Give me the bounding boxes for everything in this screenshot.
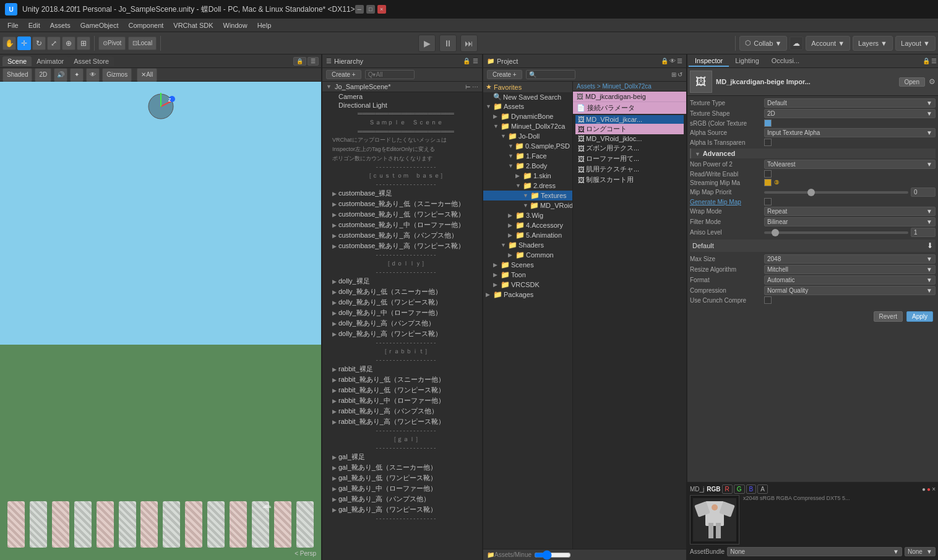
menu-window[interactable]: Window	[218, 20, 252, 30]
hier-dolly-5[interactable]: dolly_靴あり_高（パンプス他）	[322, 318, 482, 329]
proj-minuet[interactable]: 📁Minuet_Dollx72ca	[483, 121, 572, 131]
scene-lock-btn[interactable]: 🔒	[293, 57, 306, 66]
2d-button[interactable]: 2D	[35, 68, 51, 82]
scene-vis-icon[interactable]: 👁	[86, 68, 100, 82]
project-tree[interactable]: ★ Favorites 🔍 New Saved Search 📁 Assets …	[483, 82, 573, 549]
proj-0sample[interactable]: 📁0.Sample,PSD	[483, 141, 572, 151]
hier-dolly-2[interactable]: dolly_靴あり_低（スニーカー他）	[322, 286, 482, 297]
hier-rabbit-5[interactable]: rabbit_靴あり_高（パンプス他）	[322, 406, 482, 416]
menu-help[interactable]: Help	[252, 20, 277, 30]
menu-gameobject[interactable]: GameObject	[75, 20, 124, 30]
project-refresh-icon[interactable]: ↺	[678, 71, 682, 78]
hier-rabbit-2[interactable]: rabbit_靴あり_低（スニーカー他）	[322, 374, 482, 385]
project-eye-icon[interactable]: 👁	[669, 58, 676, 64]
project-create-button[interactable]: Create +	[487, 70, 522, 79]
g-tab[interactable]: G	[734, 485, 745, 494]
proj-md-vroid-jkski[interactable]: 📁MD_VRoid_jkski...	[483, 200, 572, 210]
hier-custombase-4[interactable]: custombase_靴あり_中（ローファー他）	[322, 220, 482, 230]
compression-dropdown[interactable]: Normal Quality ▼	[764, 286, 936, 295]
proj-3wig[interactable]: 📁3.Wig	[483, 210, 572, 220]
axis-gizmo[interactable]: Z	[142, 88, 179, 126]
alpha-transparent-checkbox[interactable]	[764, 139, 772, 146]
advanced-section[interactable]: Advanced	[690, 149, 936, 158]
scene-menu-btn[interactable]: ☰	[308, 57, 319, 66]
texture-type-dropdown[interactable]: Default ▼	[764, 98, 936, 108]
proj-toon[interactable]: 📁Toon	[483, 270, 572, 280]
proj-textures-sub[interactable]: 📁Textures	[483, 191, 572, 200]
play-button[interactable]: ▶	[418, 35, 436, 52]
revert-button[interactable]: Revert	[874, 311, 903, 322]
hier-dolly-6[interactable]: dolly_靴あり_高（ワンピース靴）	[322, 329, 482, 339]
proj-4accessory[interactable]: 📁4.Accessory	[483, 220, 572, 230]
hier-gal-4[interactable]: gal_靴あり_中（ローファー他）	[322, 483, 482, 494]
layers-button[interactable]: Layers ▼	[853, 36, 893, 51]
inspector-settings-icon[interactable]: ⚙	[929, 77, 936, 86]
hier-gal-6[interactable]: gal_靴あり_高（ワンピース靴）	[322, 504, 482, 515]
non-power-dropdown[interactable]: ToNearest ▼	[764, 160, 936, 169]
hier-custombase-2[interactable]: custombase_靴あり_低（スニーカー他）	[322, 199, 482, 209]
hier-camera[interactable]: Camera	[322, 92, 482, 101]
rotate-tool[interactable]: ↻	[32, 37, 46, 50]
proj-jo-doll[interactable]: 📁Jo-Doll	[483, 131, 572, 141]
second-panel-item[interactable]: 📄 接続パラメータ	[573, 102, 686, 114]
layout-button[interactable]: Layout ▼	[895, 36, 936, 51]
proj-scenes[interactable]: 📁Scenes	[483, 260, 572, 270]
wrap-mode-dropdown[interactable]: Repeat ▼	[764, 207, 936, 216]
hier-rabbit-4[interactable]: rabbit_靴あり_中（ローファー他）	[322, 395, 482, 406]
use-crunch-checkbox[interactable]	[764, 296, 772, 304]
tab-lighting[interactable]: Lighting	[729, 56, 765, 67]
proj-shaders[interactable]: 📁Shaders	[483, 240, 572, 250]
pivot-button[interactable]: ⊙ Pivot	[98, 37, 126, 50]
hier-custombase-3[interactable]: custombase_靴あり_低（ワンピース靴）	[322, 209, 482, 220]
hier-gal-2[interactable]: gal_靴あり_低（スニーカー他）	[322, 462, 482, 473]
menu-vrchat-sdk[interactable]: VRChat SDK	[168, 20, 218, 30]
resize-algo-dropdown[interactable]: Mitchell ▼	[764, 265, 936, 274]
hier-rabbit-6[interactable]: rabbit_靴あり_高（ワンピース靴）	[322, 416, 482, 427]
hier-gal-5[interactable]: gal_靴あり_高（パンプス他）	[322, 494, 482, 504]
scene-search[interactable]: ✕All	[137, 68, 157, 82]
selected-asset-item[interactable]: 🖼 MD_jkcardigan-beig	[573, 92, 686, 102]
proj-assets[interactable]: 📁 Assets	[483, 101, 572, 111]
format-dropdown[interactable]: Automatic ▼	[764, 275, 936, 285]
hier-directional-light[interactable]: Directional Light	[322, 101, 482, 110]
audio-icon[interactable]: 🔊	[54, 68, 67, 82]
pause-button[interactable]: ⏸	[439, 35, 457, 52]
aniso-slider[interactable]	[764, 231, 908, 234]
hand-tool[interactable]: ✋	[2, 37, 16, 50]
asset-bundle-dropdown[interactable]: None ▼	[727, 547, 902, 556]
asset-md-vroid-jkcar[interactable]: 🖼MD_VRoid_jkcar...	[575, 115, 684, 124]
hier-dolly-3[interactable]: dolly_靴あり_低（ワンピース靴）	[322, 297, 482, 308]
tab-animator[interactable]: Animator	[32, 56, 69, 66]
shading-dropdown[interactable]: Shaded	[2, 68, 32, 82]
project-assets-view[interactable]: Assets > Minuet_Dollx72ca 🖼 MD_jkcardiga…	[573, 82, 686, 549]
hier-gal-3[interactable]: gal_靴あり_低（ワンピース靴）	[322, 473, 482, 483]
platform-download-icon[interactable]: ⬇	[927, 241, 933, 250]
minimize-button[interactable]: ─	[355, 5, 364, 14]
proj-5animation[interactable]: 📁5.Animation	[483, 230, 572, 240]
bottom-dot-1[interactable]: ●	[922, 486, 926, 493]
new-saved-search[interactable]: 🔍 New Saved Search	[483, 92, 572, 101]
account-button[interactable]: Account ▼	[806, 36, 850, 51]
scale-tool[interactable]: ⤢	[47, 37, 61, 50]
tab-asset-store[interactable]: Asset Store	[69, 56, 114, 66]
menu-file[interactable]: File	[2, 20, 24, 30]
proj-vrcsdk[interactable]: 📁VRCSDK	[483, 280, 572, 290]
tab-scene[interactable]: Scene	[2, 56, 32, 66]
streaming-mip-checkbox[interactable]	[764, 179, 772, 186]
read-write-checkbox[interactable]	[764, 170, 772, 178]
proj-dynamicbone[interactable]: 📁DynamicBone	[483, 111, 572, 121]
tab-occlusion[interactable]: Occlusi...	[765, 56, 806, 67]
inspector-lock-icon[interactable]: 🔒	[923, 58, 930, 64]
proj-packages[interactable]: 📁Packages	[483, 290, 572, 299]
filter-mode-dropdown[interactable]: Bilinear ▼	[764, 217, 936, 226]
hier-custombase-6[interactable]: custombase_靴あり_高（ワンピース靴）	[322, 241, 482, 251]
asset-zubon[interactable]: 🖼ズボン用テクス...	[575, 143, 684, 153]
asset-seifuku[interactable]: 🖼制服スカート用	[575, 174, 684, 185]
tab-inspector[interactable]: Inspector	[689, 56, 729, 67]
hier-dolly-1[interactable]: dolly_裸足	[322, 276, 482, 286]
assets-size-slider[interactable]	[534, 553, 571, 558]
hier-custombase-5[interactable]: custombase_靴あり_高（パンプス他）	[322, 230, 482, 241]
generate-mip-checkbox[interactable]	[764, 198, 772, 205]
r-tab[interactable]: R	[722, 485, 733, 494]
bottom-close[interactable]: ×	[932, 486, 936, 493]
